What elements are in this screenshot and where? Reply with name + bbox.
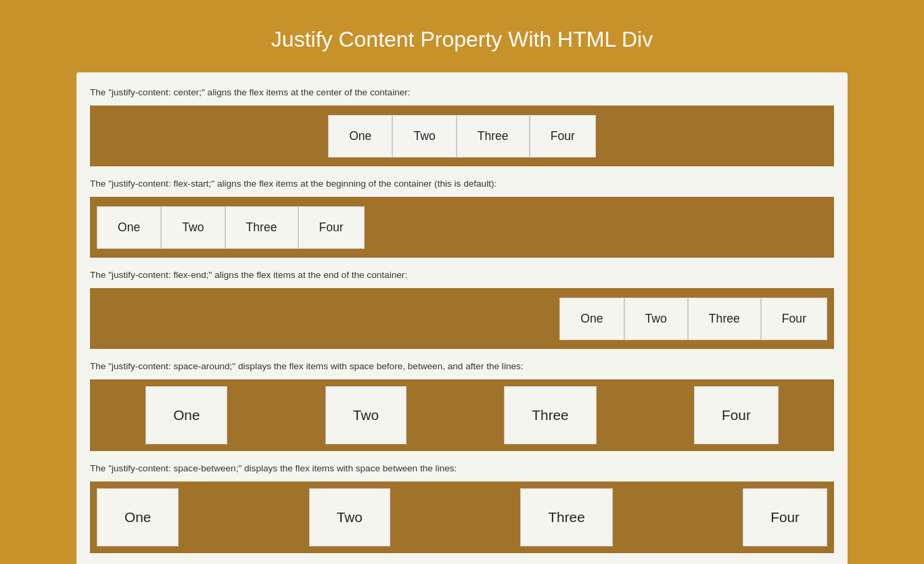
list-item: Three bbox=[504, 386, 596, 444]
list-item: Two bbox=[624, 298, 688, 340]
list-item: Three bbox=[225, 206, 298, 249]
page-title: Justify Content Property With HTML Div bbox=[271, 27, 653, 52]
list-item: Three bbox=[520, 488, 612, 546]
list-item: Two bbox=[161, 206, 225, 249]
list-item: Three bbox=[688, 298, 761, 340]
list-item: Four bbox=[761, 298, 827, 340]
list-item: Two bbox=[309, 488, 390, 546]
list-item: Four bbox=[530, 115, 596, 158]
desc-space-around: The "justify-content: space-around;" dis… bbox=[90, 360, 834, 373]
flex-container-center: One Two Three Four bbox=[90, 105, 834, 166]
flex-container-space-between: One Two Three Four bbox=[90, 481, 834, 553]
desc-space-between: The "justify-content: space-between;" di… bbox=[90, 462, 834, 475]
list-item: One bbox=[559, 298, 624, 340]
list-item: Four bbox=[743, 488, 827, 546]
desc-flex-end: The "justify-content: flex-end;" aligns … bbox=[90, 268, 834, 281]
flex-container-flex-end: One Two Three Four bbox=[90, 288, 834, 349]
list-item: One bbox=[145, 386, 227, 444]
desc-flex-start: The "justify-content: flex-start;" align… bbox=[90, 177, 834, 190]
list-item: One bbox=[328, 115, 392, 158]
list-item: One bbox=[97, 488, 179, 546]
flex-container-space-around: One Two Three Four bbox=[90, 379, 834, 451]
list-item: One bbox=[97, 206, 161, 249]
main-card: The "justify-content: center;" aligns th… bbox=[76, 72, 848, 564]
list-item: Four bbox=[694, 386, 779, 444]
list-item: Two bbox=[392, 115, 456, 158]
desc-center: The "justify-content: center;" aligns th… bbox=[90, 86, 834, 99]
flex-container-flex-start: One Two Three Four bbox=[90, 197, 834, 258]
list-item: Two bbox=[325, 386, 407, 444]
list-item: Three bbox=[457, 115, 530, 158]
list-item: Four bbox=[298, 206, 365, 249]
